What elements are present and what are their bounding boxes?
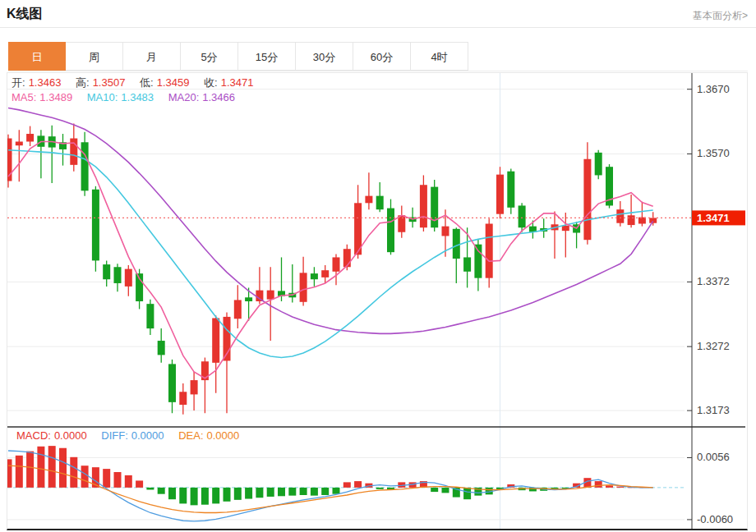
tab-15min[interactable]: 15分	[238, 42, 296, 71]
svg-text:1.3670: 1.3670	[697, 83, 730, 95]
ma5-value: 1.3489	[39, 91, 72, 103]
dea-value: 0.0000	[207, 429, 240, 442]
svg-text:1.3173: 1.3173	[697, 404, 730, 416]
high-value: 1.3507	[93, 76, 126, 89]
ma10-label: MA10:	[87, 91, 118, 103]
tab-5min[interactable]: 5分	[181, 42, 238, 71]
open-label: 开:	[12, 76, 25, 89]
chart-panel: 1.36701.35701.33721.32721.31730.0056-0.0…	[7, 72, 748, 530]
chart-canvas[interactable]: 1.36701.35701.33721.32721.31730.0056-0.0…	[7, 73, 745, 529]
macd-legend-bar: MACD:0.0000 DIFF:0.0000 DEA:0.0000	[16, 429, 242, 442]
low-value: 1.3459	[157, 76, 190, 89]
tab-day[interactable]: 日	[8, 42, 66, 71]
svg-text:1.3272: 1.3272	[697, 340, 730, 352]
ma-legend-bar: MA5:1.3489 MA10:1.3483 MA20:1.3466	[12, 91, 238, 103]
ma10-value: 1.3483	[121, 91, 154, 103]
tab-30min[interactable]: 30分	[296, 42, 353, 71]
fundamental-analysis-link[interactable]: 基本面分析>	[693, 9, 748, 23]
ma5-label: MA5:	[12, 91, 36, 103]
ma20-value: 1.3466	[202, 91, 235, 103]
close-value: 1.3471	[221, 76, 254, 89]
tab-60min[interactable]: 60分	[353, 42, 411, 71]
dea-label: DEA:	[178, 429, 203, 442]
tab-4hour[interactable]: 4时	[411, 42, 468, 71]
ohlc-info-bar: 开:1.3463 高:1.3507 低:1.3459 收:1.3471	[12, 76, 256, 90]
high-label: 高:	[76, 76, 90, 89]
diff-label: DIFF:	[101, 429, 128, 442]
diff-value: 0.0000	[131, 429, 164, 442]
macd-value: 0.0000	[54, 429, 87, 442]
svg-text:1.3372: 1.3372	[697, 275, 730, 287]
ma20-label: MA20:	[168, 91, 200, 103]
svg-text:-0.0060: -0.0060	[697, 513, 733, 525]
low-label: 低:	[140, 76, 154, 89]
close-label: 收:	[204, 76, 218, 89]
svg-text:0.0056: 0.0056	[697, 451, 730, 463]
period-tabbar: 日 周 月 5分 15分 30分 60分 4时	[8, 42, 748, 71]
svg-text:1.3570: 1.3570	[697, 147, 730, 159]
tab-month[interactable]: 月	[123, 42, 181, 71]
macd-label: MACD:	[16, 429, 51, 442]
tab-week[interactable]: 周	[66, 42, 123, 71]
header-divider	[0, 27, 756, 28]
current-price-tag-text: 1.3471	[697, 212, 730, 224]
open-value: 1.3463	[29, 76, 62, 89]
page-title: K线图	[7, 6, 43, 23]
